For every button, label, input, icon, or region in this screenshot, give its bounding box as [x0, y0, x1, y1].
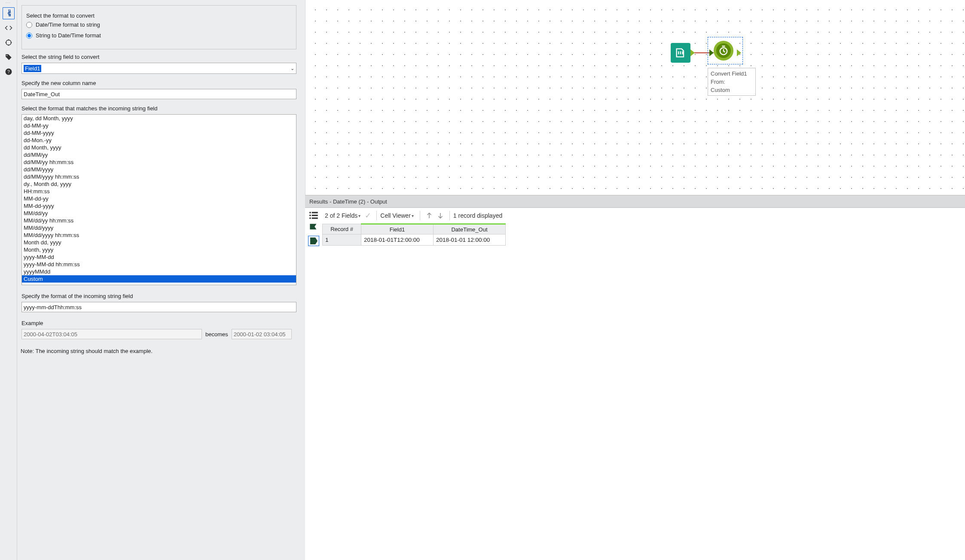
root-layout: ··· ? Select the format to convert — [0, 0, 965, 560]
svg-point-1 — [6, 55, 7, 56]
chevron-down-icon: ⌄ — [290, 66, 294, 71]
column-header-datetimeout[interactable]: DateTime_Out — [434, 224, 506, 234]
format-option[interactable]: dd/MM/yy hh:mm:ss — [22, 158, 296, 166]
results-grid: 2 of 2 Fields ▾ ✓ Cell Viewer ▾ 1 record… — [322, 208, 965, 560]
format-option[interactable]: dd/MM/yyyy hh:mm:ss — [22, 173, 296, 180]
workflow-canvas[interactable]: Convert Field1 From: Custom — [305, 0, 965, 195]
format-option[interactable]: HH:mm:ss — [22, 188, 296, 195]
formats-listbox[interactable]: day, dd Month, yyyydd-MM-yydd-MM-yyyydd-… — [21, 114, 296, 285]
format-option[interactable]: MM/dd/yy — [22, 210, 296, 217]
radio-dt-to-str-input[interactable] — [26, 22, 32, 28]
node-label-line1: Convert Field1 — [711, 70, 753, 78]
results-header: Results - DateTime (2) - Output — [305, 195, 965, 208]
example-output-value: 2000-01-02 03:04:05 — [234, 331, 286, 338]
format-option[interactable]: dd/MM/yy — [22, 151, 296, 158]
svg-rect-8 — [312, 215, 318, 216]
note-text: Note: The incoming string should match t… — [21, 348, 153, 354]
svg-rect-6 — [312, 212, 318, 213]
newcol-label: Specify the new column name — [21, 80, 296, 86]
cell-field1: 2018-01-01T12:00:00 — [361, 234, 434, 246]
note-row: ✓ Note: The incoming string should match… — [21, 347, 296, 355]
code-icon[interactable] — [3, 22, 15, 34]
format-option[interactable]: yyyy-MM-dd — [22, 253, 296, 261]
results-sidebar — [305, 208, 322, 560]
svg-rect-10 — [312, 217, 318, 219]
newcol-input[interactable]: DateTime_Out — [21, 89, 296, 99]
field-dropdown-value: Field1 — [24, 65, 41, 72]
column-header-field1[interactable]: Field1 — [361, 224, 434, 234]
format-option[interactable]: dd-MM-yyyy — [22, 129, 296, 137]
config-panel: Select the format to convert Date/Time f… — [17, 0, 305, 560]
config-sidebar: ··· ? — [0, 0, 17, 560]
format-option[interactable]: dd-MM-yy — [22, 122, 296, 129]
fields-summary[interactable]: 2 of 2 Fields — [325, 212, 357, 219]
newcol-value: DateTime_Out — [24, 91, 60, 97]
custom-format-label: Specify the format of the incoming strin… — [21, 293, 296, 299]
format-option[interactable]: MM/dd/yyyy — [22, 224, 296, 231]
radio-str-to-dt-label: String to Date/Time format — [36, 32, 101, 39]
cell-datetimeout: 2018-01-01 12:00:00 — [434, 234, 506, 246]
flag-icon[interactable] — [308, 223, 319, 233]
results-toolbar: 2 of 2 Fields ▾ ✓ Cell Viewer ▾ 1 record… — [322, 208, 965, 223]
field-label: Select the string field to convert — [21, 54, 296, 60]
sort-desc-icon[interactable] — [436, 211, 445, 220]
format-option[interactable]: day, dd Month, yyyy — [22, 115, 296, 122]
separator — [449, 211, 450, 220]
node-label-line3: Custom — [711, 86, 753, 94]
svg-text:?: ? — [7, 69, 10, 74]
text-input-tool-node[interactable] — [671, 43, 690, 63]
format-option[interactable]: dd-Mon.-yy — [22, 137, 296, 144]
cell-record: 1 — [323, 234, 361, 246]
records-summary: 1 record displayed — [453, 212, 502, 219]
format-option[interactable]: MM-dd-yy — [22, 195, 296, 202]
format-option[interactable]: Month, yyyy — [22, 246, 296, 253]
target-icon[interactable] — [3, 37, 15, 49]
format-option[interactable]: Custom — [22, 275, 296, 283]
results-table[interactable]: Record # Field1 DateTime_Out 12018-01-01… — [322, 223, 506, 246]
radio-str-to-dt-input[interactable] — [26, 33, 32, 39]
output-anchor-icon — [737, 49, 741, 56]
datetime-tool-node[interactable] — [714, 41, 733, 61]
sort-asc-icon[interactable] — [424, 211, 434, 220]
tag-icon[interactable] — [3, 51, 15, 63]
help-icon[interactable]: ? — [3, 66, 15, 78]
format-option[interactable]: yyyy-MM-dd hh:mm:ss — [22, 261, 296, 268]
output-anchor-flag-icon[interactable] — [308, 236, 319, 246]
output-anchor-icon — [690, 49, 695, 56]
chevron-down-icon[interactable]: ▾ — [358, 213, 360, 218]
node-label-line2: From: — [711, 78, 753, 86]
custom-format-value: yyyy-mm-ddThh:mm:ss — [24, 304, 82, 310]
grip-dots-icon: ··· — [6, 1, 11, 6]
format-option[interactable]: MM/dd/yy hh:mm:ss — [22, 217, 296, 224]
becomes-label: becomes — [205, 331, 228, 338]
format-option[interactable]: Month dd, yyyy — [22, 239, 296, 246]
radio-dt-to-str-label: Date/Time format to string — [36, 21, 100, 28]
cell-viewer-button[interactable]: Cell Viewer — [380, 212, 411, 219]
separator — [376, 211, 377, 220]
format-option[interactable]: yyyyMMdd — [22, 268, 296, 275]
radio-str-to-dt[interactable]: String to Date/Time format — [26, 32, 292, 39]
format-option[interactable]: MM/dd/yyyy hh:mm:ss — [22, 231, 296, 239]
wrench-icon[interactable] — [3, 7, 15, 19]
column-header-record[interactable]: Record # — [323, 224, 361, 234]
results-body: 2 of 2 Fields ▾ ✓ Cell Viewer ▾ 1 record… — [305, 208, 965, 560]
format-option[interactable]: dy., Month dd, yyyy — [22, 180, 296, 188]
radio-dt-to-str[interactable]: Date/Time format to string — [26, 21, 292, 28]
custom-format-input[interactable]: yyyy-mm-ddThh:mm:ss — [21, 302, 296, 312]
format-option[interactable]: dd Month, yyyy — [22, 144, 296, 151]
table-row[interactable]: 12018-01-01T12:00:002018-01-01 12:00:00 — [323, 234, 506, 246]
field-dropdown[interactable]: Field1 ⌄ — [21, 63, 296, 74]
formats-label: Select the format that matches the incom… — [21, 105, 296, 112]
format-option[interactable]: dd/MM/yyyy — [22, 166, 296, 173]
chevron-down-icon[interactable]: ▾ — [412, 213, 414, 218]
svg-point-0 — [6, 40, 11, 45]
svg-rect-7 — [309, 215, 311, 216]
direction-fieldset: Select the format to convert Date/Time f… — [21, 5, 296, 49]
svg-rect-9 — [309, 217, 311, 219]
list-view-icon[interactable] — [308, 210, 319, 220]
example-row: 2000-04-02T03:04:05 becomes 2000-01-02 0… — [21, 329, 296, 339]
example-output-box: 2000-01-02 03:04:05 — [232, 329, 292, 339]
format-option[interactable]: MM-dd-yyyy — [22, 202, 296, 210]
svg-rect-5 — [309, 212, 311, 213]
example-input-box: 2000-04-02T03:04:05 — [21, 329, 202, 339]
